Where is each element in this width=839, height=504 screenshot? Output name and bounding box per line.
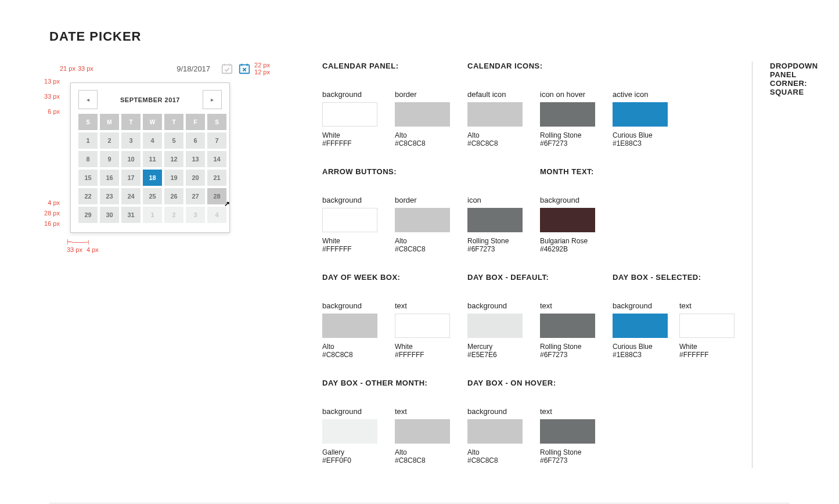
swatch-name: Gallery xyxy=(322,448,377,456)
swatch-pair: borderAlto#C8C8C8 xyxy=(395,196,450,253)
day-cell[interactable]: 20 xyxy=(186,170,205,186)
calendar-panel: ◂ SEPTEMBER 2017 ▸ SMTWTFS12345678910111… xyxy=(70,82,230,233)
day-cell[interactable]: 4 xyxy=(143,132,162,149)
calendar-grid: SMTWTFS123456789101112131415161718192021… xyxy=(78,114,222,223)
swatch-pair: icon on hoverRolling Stone#6F7273 xyxy=(540,90,595,147)
spec-section-head: DAY BOX - DEFAULT: xyxy=(467,273,595,282)
day-cell[interactable]: 14 xyxy=(207,151,226,167)
day-cell[interactable]: 18 xyxy=(143,170,162,186)
spec-section-head: DAY BOX - OTHER MONTH: xyxy=(322,379,450,387)
day-cell[interactable]: 17 xyxy=(121,170,141,186)
swatch-hex: #1E88C3 xyxy=(613,351,668,359)
swatch-name: Curious Blue xyxy=(613,131,734,139)
day-cell[interactable]: 11 xyxy=(143,151,162,167)
swatch-name: Alto xyxy=(322,343,377,351)
dow-header: M xyxy=(100,114,119,130)
day-cell[interactable]: 27 xyxy=(186,188,205,204)
swatch-label: icon on hover xyxy=(540,90,595,99)
day-cell[interactable]: 8 xyxy=(78,151,98,167)
anno-33px-top: 33 px xyxy=(78,65,93,72)
color-swatch xyxy=(613,314,668,338)
swatch-hex: #6F7273 xyxy=(540,351,595,359)
day-cell[interactable]: 15 xyxy=(78,170,98,186)
svg-rect-0 xyxy=(222,65,232,74)
day-cell[interactable]: 7 xyxy=(207,132,226,149)
swatch-label: background xyxy=(467,301,523,310)
swatch-hex: #1E88C3 xyxy=(613,139,734,147)
day-cell[interactable]: 2 xyxy=(164,207,183,223)
spec-section-head: DAY OF WEEK BOX: xyxy=(322,273,450,282)
day-cell[interactable]: 21 xyxy=(207,170,226,186)
day-cell[interactable]: 30 xyxy=(100,207,119,223)
color-swatch xyxy=(540,419,595,444)
swatch-name: Alto xyxy=(467,131,523,139)
next-month-button[interactable]: ▸ xyxy=(203,90,222,109)
day-cell[interactable]: 4 xyxy=(207,207,226,223)
swatch-hex: #C8C8C8 xyxy=(395,456,450,465)
side-line1: DROPDOWN PANEL xyxy=(770,62,818,79)
day-cell[interactable]: 5 xyxy=(164,132,183,149)
anno-12px: 12 px xyxy=(254,69,270,75)
day-cell[interactable]: 3 xyxy=(186,207,205,223)
swatch-label: default icon xyxy=(467,90,523,99)
swatch-name: White xyxy=(322,131,377,139)
swatch-label: border xyxy=(395,196,450,204)
swatch-label: border xyxy=(395,90,450,99)
footer-rule xyxy=(49,503,790,503)
calendar-check-icon[interactable] xyxy=(221,62,233,75)
day-cell[interactable]: 12 xyxy=(164,151,183,167)
spec-section-head: CALENDAR PANEL: xyxy=(322,62,450,70)
color-swatch xyxy=(322,314,377,338)
day-cell[interactable]: 9 xyxy=(100,151,119,167)
day-cell[interactable]: 16 xyxy=(100,170,119,186)
swatch-label: text xyxy=(395,407,450,416)
color-swatch xyxy=(395,208,450,232)
swatch-pair: backgroundGallery#EFF0F0 xyxy=(322,407,377,465)
swatch-name: Curious Blue xyxy=(613,343,668,351)
swatch-name: White xyxy=(395,343,450,351)
swatch-label: background xyxy=(540,196,595,204)
day-cell[interactable]: 2 xyxy=(100,132,119,149)
day-cell[interactable]: 31 xyxy=(121,207,141,223)
swatch-hex: #C8C8C8 xyxy=(467,456,523,465)
anno-22px: 22 px xyxy=(254,62,270,69)
anno-33px-col: 33 px xyxy=(67,246,82,253)
anno-4px-row: 4 px xyxy=(48,199,60,206)
dow-header: W xyxy=(143,114,162,130)
day-cell[interactable]: 28↖ xyxy=(207,188,226,204)
swatch-hex: #FFFFFF xyxy=(395,351,450,359)
calendar-clear-icon[interactable] xyxy=(238,62,251,75)
swatch-pair: backgroundWhite#FFFFFF xyxy=(322,196,377,253)
swatch-pair: backgroundAlto#C8C8C8 xyxy=(467,407,523,465)
spec-section-head: CALENDAR ICONS: xyxy=(467,62,734,70)
swatch-label: background xyxy=(467,407,523,416)
day-cell[interactable]: 3 xyxy=(121,132,141,149)
swatch-hex: #FFFFFF xyxy=(679,351,734,359)
day-cell[interactable]: 26 xyxy=(164,188,183,204)
day-cell[interactable]: 22 xyxy=(78,188,98,204)
day-cell[interactable]: 25 xyxy=(143,188,162,204)
day-cell[interactable]: 6 xyxy=(186,132,205,149)
prev-month-button[interactable]: ◂ xyxy=(78,90,98,109)
day-cell[interactable]: 13 xyxy=(186,151,205,167)
anno-4px-col: 4 px xyxy=(87,246,99,253)
page-title: DATE PICKER xyxy=(49,29,790,44)
color-swatch xyxy=(540,208,595,232)
swatch-name: Rolling Stone xyxy=(540,343,595,351)
swatch-name: Alto xyxy=(395,237,450,245)
day-cell[interactable]: 1 xyxy=(78,132,98,149)
swatch-name: Rolling Stone xyxy=(540,131,595,139)
swatch-pair: default iconAlto#C8C8C8 xyxy=(467,90,523,147)
day-cell[interactable]: 10 xyxy=(121,151,141,167)
swatch-label: background xyxy=(322,407,377,416)
day-cell[interactable]: 23 xyxy=(100,188,119,204)
swatch-pair: textRolling Stone#6F7273 xyxy=(540,301,595,359)
month-label: SEPTEMBER 2017 xyxy=(101,96,199,103)
swatch-hex: #46292B xyxy=(540,245,595,253)
day-cell[interactable]: 19 xyxy=(164,170,183,186)
spec-section-head: ARROW BUTTONS: xyxy=(322,167,523,176)
day-cell[interactable]: 29 xyxy=(78,207,98,223)
anno-13px: 13 px xyxy=(44,78,60,85)
day-cell[interactable]: 1 xyxy=(143,207,162,223)
day-cell[interactable]: 24 xyxy=(121,188,141,204)
